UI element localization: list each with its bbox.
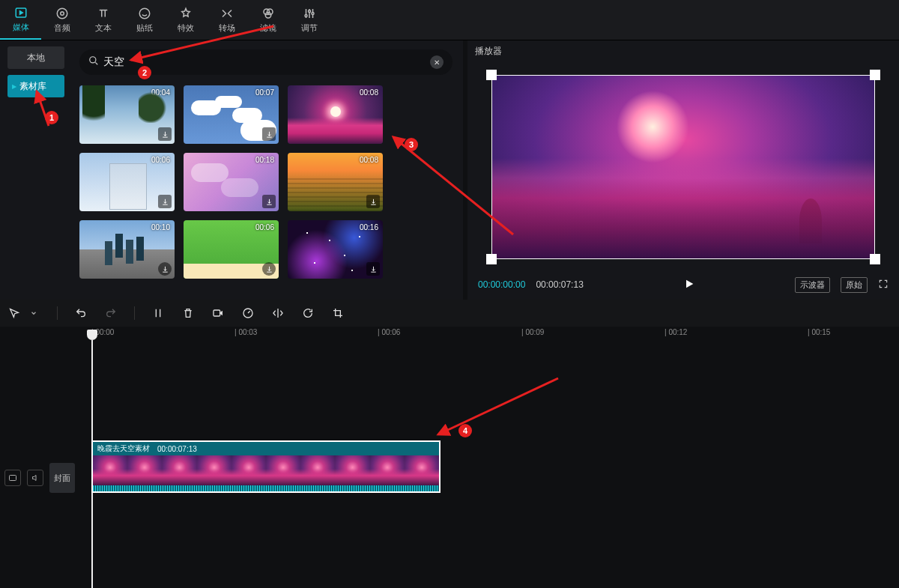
clip-frame-thumb xyxy=(162,455,196,485)
clip-frame-thumb xyxy=(93,455,127,485)
tab-label: 特效 xyxy=(178,22,194,34)
sidebar-item-label: 素材库 xyxy=(19,80,46,93)
ruler-tick: | 00:03 xyxy=(234,328,257,336)
library-thumb[interactable]: 00:06 xyxy=(79,153,175,211)
preview-image xyxy=(492,76,874,258)
search-bar[interactable]: ✕ xyxy=(79,49,452,75)
tab-media[interactable]: 媒体 xyxy=(0,0,41,40)
svg-point-1 xyxy=(57,8,67,19)
svg-point-7 xyxy=(305,15,307,17)
clip-frame-thumb xyxy=(335,455,369,485)
download-icon[interactable] xyxy=(158,195,172,208)
svg-point-10 xyxy=(90,57,96,63)
track-mute-icon[interactable] xyxy=(27,470,43,486)
time-total: 00:00:07:13 xyxy=(536,279,583,290)
scope-button[interactable]: 示波器 xyxy=(795,277,830,293)
raw-button[interactable]: 原始 xyxy=(841,277,868,293)
track-lock-icon[interactable] xyxy=(4,470,21,486)
resize-handle-bl[interactable] xyxy=(486,254,497,264)
ruler-tick: | 00:09 xyxy=(521,328,544,336)
clip-frame-thumb xyxy=(405,455,439,485)
svg-point-3 xyxy=(139,8,150,19)
delete-button[interactable] xyxy=(180,305,196,321)
clip-thumbnails xyxy=(93,455,439,485)
clear-search-button[interactable]: ✕ xyxy=(430,55,444,69)
ruler-tick: | 00:15 xyxy=(808,328,830,336)
tab-filter[interactable]: 滤镜 xyxy=(247,0,288,40)
chevron-down-icon[interactable] xyxy=(25,305,42,321)
record-button[interactable] xyxy=(210,305,226,321)
fullscreen-button[interactable] xyxy=(878,279,889,291)
download-icon[interactable] xyxy=(262,127,276,141)
clip-frame-thumb xyxy=(370,455,405,485)
tab-label: 文本 xyxy=(95,22,112,34)
clip-frame-thumb xyxy=(127,455,162,485)
mirror-button[interactable] xyxy=(270,305,286,321)
library-thumb[interactable]: 00:16 xyxy=(288,220,383,279)
timeline-ruler[interactable]: | 00:00| 00:03| 00:06| 00:09| 00:12| 00:… xyxy=(0,327,899,340)
preview-canvas[interactable] xyxy=(491,75,875,259)
select-tool[interactable] xyxy=(6,305,22,321)
clip-header: 晚霞去天空素材 00:00:07:13 xyxy=(93,442,439,455)
player-title: 播放器 xyxy=(467,40,899,63)
sidebar-item-local[interactable]: 本地 xyxy=(7,46,64,69)
download-icon[interactable] xyxy=(366,195,380,208)
tab-label: 音频 xyxy=(54,22,70,34)
download-icon[interactable] xyxy=(158,262,172,276)
resize-handle-tr[interactable] xyxy=(870,70,880,80)
tab-audio[interactable]: 音频 xyxy=(41,0,82,40)
library-thumb[interactable]: 00:07 xyxy=(184,85,279,144)
tab-text[interactable]: 文本 xyxy=(82,0,124,40)
tab-label: 媒体 xyxy=(13,22,29,33)
tab-effects[interactable]: 特效 xyxy=(165,0,206,40)
undo-button[interactable] xyxy=(73,305,89,321)
adjust-icon xyxy=(302,6,317,21)
sticker-icon xyxy=(137,6,152,21)
timeline-area[interactable]: 封面 晚霞去天空素材 00:00:07:13 xyxy=(0,340,899,588)
tab-sticker[interactable]: 贴纸 xyxy=(124,0,165,40)
media-icon xyxy=(13,5,28,20)
tab-adjust[interactable]: 调节 xyxy=(288,0,330,40)
svg-point-9 xyxy=(312,13,314,15)
tab-label: 调节 xyxy=(301,22,318,34)
timeline-toolbar xyxy=(0,300,899,327)
library-thumb[interactable]: 00:08 xyxy=(288,153,383,211)
thumb-duration: 00:08 xyxy=(360,88,378,97)
thumb-duration: 00:07 xyxy=(255,88,274,97)
sidebar-item-library[interactable]: 素材库 xyxy=(7,75,64,97)
library-thumb[interactable]: 00:18 xyxy=(184,153,279,211)
search-input[interactable] xyxy=(103,56,426,68)
thumb-duration: 00:06 xyxy=(255,223,274,231)
effects-icon xyxy=(178,6,193,21)
timeline-clip[interactable]: 晚霞去天空素材 00:00:07:13 xyxy=(91,440,441,493)
transition-icon xyxy=(220,6,234,21)
library-thumb[interactable]: 00:04 xyxy=(79,85,175,144)
media-source-list: 本地 素材库 xyxy=(0,40,72,103)
download-icon[interactable] xyxy=(366,127,380,141)
tab-transition[interactable]: 转场 xyxy=(206,0,247,40)
track-controls: 封面 xyxy=(4,463,75,493)
clip-duration: 00:00:07:13 xyxy=(157,445,197,453)
resize-handle-tl[interactable] xyxy=(486,70,497,80)
download-icon[interactable] xyxy=(366,262,380,276)
clip-audio-waveform xyxy=(93,485,439,491)
resize-handle-br[interactable] xyxy=(870,254,880,264)
download-icon[interactable] xyxy=(262,262,276,276)
svg-rect-11 xyxy=(214,310,220,316)
split-button[interactable] xyxy=(150,305,166,321)
audio-icon xyxy=(55,6,70,21)
redo-button[interactable] xyxy=(103,305,119,321)
library-thumb[interactable]: 00:06 xyxy=(184,220,279,279)
download-icon[interactable] xyxy=(158,127,172,141)
library-thumb[interactable]: 00:08 xyxy=(288,85,383,144)
search-icon xyxy=(88,55,99,69)
library-thumb[interactable]: 00:10 xyxy=(79,220,175,279)
preview-viewport[interactable] xyxy=(475,66,892,270)
rotate-button[interactable] xyxy=(300,305,316,321)
download-icon[interactable] xyxy=(262,195,276,208)
speed-button[interactable] xyxy=(240,305,256,321)
play-button[interactable] xyxy=(683,278,695,292)
cover-button[interactable]: 封面 xyxy=(49,463,75,493)
svg-point-2 xyxy=(60,12,64,16)
crop-button[interactable] xyxy=(330,305,346,321)
